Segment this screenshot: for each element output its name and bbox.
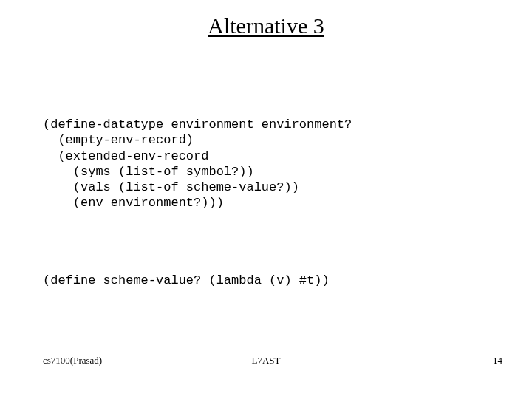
slide: Alternative 3 (define-datatype environme…	[0, 0, 532, 399]
title-text: Alternative 3	[208, 13, 324, 38]
code-block-2: (define scheme-value? (lambda (v) #t))	[43, 273, 330, 287]
slide-title: Alternative 3	[0, 13, 532, 38]
footer-center: L7AST	[0, 355, 532, 366]
footer-right: 14	[493, 355, 502, 366]
code-block-1: (define-datatype environment environment…	[43, 117, 352, 211]
